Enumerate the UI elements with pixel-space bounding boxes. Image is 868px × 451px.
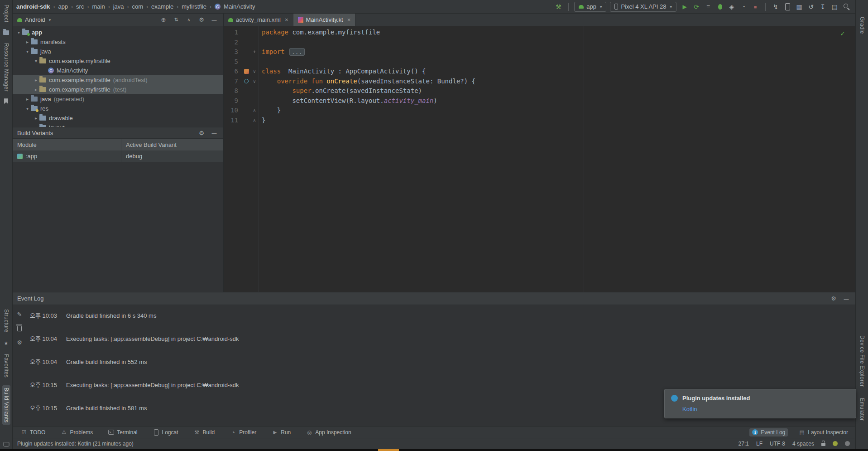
expander-icon[interactable]: ▸ xyxy=(33,78,39,82)
expander-icon[interactable]: ▸ xyxy=(33,87,39,92)
avd-manager-icon[interactable] xyxy=(795,2,804,11)
line-number[interactable]: 9 xyxy=(224,96,242,106)
tool-window-stripe-resource-manager[interactable]: Resource Manager xyxy=(2,41,10,94)
device-select[interactable]: Pixel 4 XL API 28 ▾ xyxy=(610,2,676,12)
tree-item-drawable[interactable]: ▸drawable xyxy=(13,113,223,123)
expander-icon[interactable]: ▾ xyxy=(24,49,31,54)
breadcrumb-item-android-sdk[interactable]: android-sdk xyxy=(16,3,50,10)
breadcrumb-item-myfirstfile[interactable]: myfirstfile xyxy=(182,3,206,10)
line-separator-widget[interactable]: LF xyxy=(756,441,762,447)
inspections-ok-icon[interactable]: ✓ xyxy=(840,30,845,37)
star-icon[interactable] xyxy=(4,340,9,346)
tree-item-com.example.myfirstfile[interactable]: ▸com.example.myfirstfile(androidTest) xyxy=(13,75,223,85)
tool-window-stripe-device-file-explorer[interactable]: Device File Explorer xyxy=(858,333,866,389)
line-number[interactable]: 11 xyxy=(224,116,242,126)
tool-window-button-terminal[interactable]: Terminal xyxy=(106,428,140,436)
settings-icon[interactable] xyxy=(830,295,837,302)
debug-icon[interactable] xyxy=(715,2,724,11)
tool-window-button-run[interactable]: Run xyxy=(269,428,293,436)
hide-icon[interactable] xyxy=(211,129,218,136)
breadcrumb-item-com[interactable]: com xyxy=(132,3,144,10)
attach-debugger-icon[interactable] xyxy=(771,2,780,11)
notification-link-kotlin[interactable]: Kotlin xyxy=(682,406,697,412)
tool-window-stripe-structure[interactable]: Structure xyxy=(2,307,10,335)
expander-icon[interactable]: ▸ xyxy=(33,116,39,121)
run-icon[interactable] xyxy=(680,2,689,11)
line-number[interactable]: 7 xyxy=(224,77,242,87)
notification-balloon[interactable]: Plugin updates installed Kotlin xyxy=(664,389,856,418)
tool-window-button-todo[interactable]: TODO xyxy=(18,428,48,436)
apply-changes-icon[interactable] xyxy=(692,2,701,11)
close-icon[interactable]: × xyxy=(285,16,288,23)
run-configuration-select[interactable]: app ▾ xyxy=(574,2,606,12)
notifications-icon[interactable] xyxy=(845,441,850,446)
line-number[interactable]: 10 xyxy=(224,106,242,116)
overriding-method-gutter-icon[interactable] xyxy=(242,77,251,87)
tree-item-res[interactable]: ▾res xyxy=(13,104,223,113)
expander-icon[interactable]: ▾ xyxy=(15,30,22,35)
locate-icon[interactable] xyxy=(160,16,167,24)
tool-window-button-profiler[interactable]: Profiler xyxy=(227,428,259,436)
line-number[interactable]: 8 xyxy=(224,86,242,96)
layout-inspector-icon[interactable] xyxy=(830,2,839,11)
android-class-gutter-icon[interactable] xyxy=(242,67,251,77)
caret-position-widget[interactable]: 27:1 xyxy=(739,441,749,447)
project-view-selector[interactable]: Android xyxy=(25,16,45,23)
tree-item-java[interactable]: ▾java xyxy=(13,47,223,56)
line-number[interactable]: 5 xyxy=(224,57,242,67)
expander-icon[interactable]: ▸ xyxy=(24,97,31,102)
coverage-icon[interactable] xyxy=(727,2,736,11)
breadcrumb-item-main[interactable]: main xyxy=(92,3,105,10)
tool-window-stripe-project[interactable]: Project xyxy=(2,2,10,24)
code-editor[interactable]: 1package com.example.myfirstfile23+impor… xyxy=(224,26,855,292)
tree-item-com.example.myfirstfile[interactable]: ▸com.example.myfirstfile(test) xyxy=(13,85,223,94)
tab-activity-main-xml[interactable]: activity_main.xml × xyxy=(224,14,293,26)
tool-window-stripe-gradle[interactable]: Gradle xyxy=(858,15,866,36)
tree-item-layout[interactable]: ▾layout xyxy=(13,123,223,127)
breadcrumb-item-example[interactable]: example xyxy=(151,3,173,10)
expander-icon[interactable]: ▸ xyxy=(24,39,31,44)
status-message[interactable]: Plugin updates installed: Kotlin (21 min… xyxy=(13,441,134,447)
fold-marker-icon[interactable]: + xyxy=(251,47,258,57)
fold-marker-icon[interactable]: ∧ xyxy=(251,116,258,126)
tool-window-button-build[interactable]: Build xyxy=(191,428,218,436)
profiler-icon[interactable] xyxy=(739,2,748,11)
tool-window-button-problems[interactable]: Problems xyxy=(58,428,96,436)
folder-icon[interactable] xyxy=(3,30,9,35)
bookmark-icon[interactable] xyxy=(4,98,8,104)
module-cell[interactable]: :app xyxy=(13,150,121,162)
make-project-icon[interactable] xyxy=(554,2,563,11)
settings-icon[interactable] xyxy=(198,129,205,136)
sdk-manager-icon[interactable] xyxy=(818,2,827,11)
readonly-lock-icon[interactable] xyxy=(821,443,825,446)
tool-window-button-logcat[interactable]: Logcat xyxy=(150,428,181,436)
clear-icon[interactable] xyxy=(17,326,22,331)
expand-all-icon[interactable] xyxy=(173,16,180,24)
indentation-widget[interactable]: 4 spaces xyxy=(792,441,814,447)
settings-icon[interactable] xyxy=(198,16,205,24)
breadcrumb-item-src[interactable]: src xyxy=(76,3,84,10)
tool-window-stripe-build-variants[interactable]: Build Variants xyxy=(2,385,10,425)
tool-window-button-app-inspection[interactable]: App Inspection xyxy=(303,428,354,436)
breadcrumb-item-java[interactable]: java xyxy=(113,3,124,10)
line-number[interactable]: 3 xyxy=(224,47,242,57)
fold-marker-icon[interactable]: ∨ xyxy=(251,67,258,77)
tree-item-app[interactable]: ▾app xyxy=(13,28,223,37)
tool-window-stripe-favorites[interactable]: Favorites xyxy=(2,352,10,380)
hide-icon[interactable] xyxy=(843,295,850,302)
tree-item-manifests[interactable]: ▸manifests xyxy=(13,37,223,47)
hide-icon[interactable] xyxy=(211,16,218,24)
edit-icon[interactable] xyxy=(16,310,23,318)
expander-icon[interactable]: ▾ xyxy=(24,106,31,111)
breadcrumb-item-mainactivity[interactable]: MainActivity xyxy=(224,3,255,10)
search-icon[interactable] xyxy=(842,2,851,11)
tree-item-java[interactable]: ▸java(generated) xyxy=(13,94,223,104)
line-number[interactable]: 1 xyxy=(224,28,242,38)
tab-mainactivity-kt[interactable]: MainActivity.kt × xyxy=(293,14,356,26)
close-icon[interactable]: × xyxy=(347,16,351,23)
line-number[interactable]: 6 xyxy=(224,67,242,77)
stop-icon[interactable] xyxy=(751,2,760,11)
tool-window-button-layout-inspector[interactable]: Layout Inspector xyxy=(796,428,851,436)
breadcrumb-item-app[interactable]: app xyxy=(58,3,68,10)
encoding-widget[interactable]: UTF-8 xyxy=(770,441,785,447)
